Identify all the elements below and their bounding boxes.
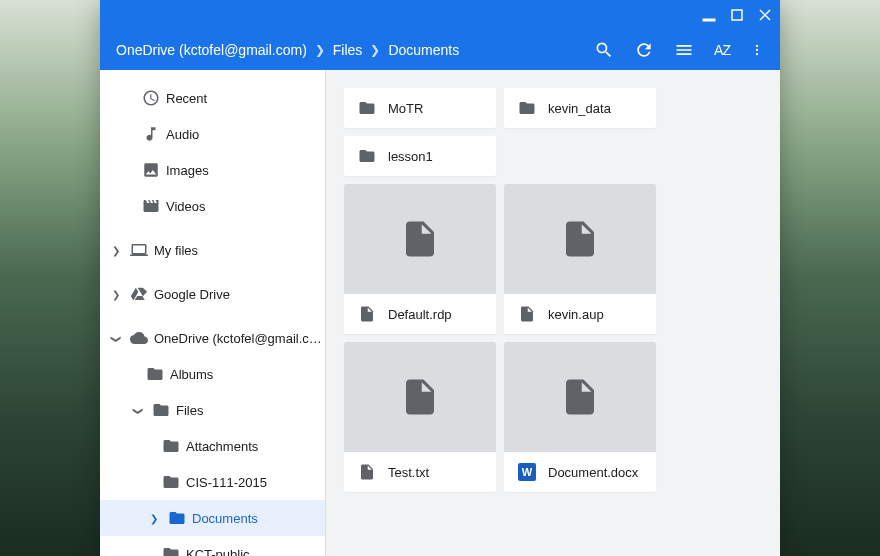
sidebar-item-documents[interactable]: ❯ Documents — [100, 500, 325, 536]
view-list-icon[interactable] — [674, 40, 694, 60]
chevron-right-icon[interactable]: ❯ — [108, 245, 124, 256]
sidebar: Recent Audio Images Videos ❯ My files ❯ — [100, 70, 326, 556]
file-caption: W Document.docx — [504, 452, 656, 492]
crumb-documents[interactable]: Documents — [388, 42, 459, 58]
chevron-right-icon: ❯ — [315, 43, 325, 57]
close-button[interactable] — [758, 8, 772, 22]
main-content: MoTR kevin_data lesson1 — [326, 70, 780, 556]
gdrive-icon — [130, 285, 148, 303]
chevron-right-icon[interactable]: ❯ — [108, 289, 124, 300]
sidebar-item-label: CIS-111-2015 — [186, 475, 325, 490]
file-caption: Default.rdp — [344, 294, 496, 334]
sidebar-item-myfiles[interactable]: ❯ My files — [100, 232, 325, 268]
sidebar-item-label: My files — [154, 243, 325, 258]
maximize-button[interactable] — [730, 8, 744, 22]
sidebar-item-recent[interactable]: Recent — [100, 80, 325, 116]
folder-icon — [358, 147, 376, 165]
folder-icon — [162, 545, 180, 556]
sidebar-item-videos[interactable]: Videos — [100, 188, 325, 224]
file-caption: Test.txt — [344, 452, 496, 492]
folder-label: lesson1 — [388, 149, 433, 164]
sidebar-item-audio[interactable]: Audio — [100, 116, 325, 152]
svg-point-4 — [756, 45, 758, 47]
sidebar-item-label: Files — [176, 403, 325, 418]
sidebar-item-gdrive[interactable]: ❯ Google Drive — [100, 276, 325, 312]
file-label: Default.rdp — [388, 307, 452, 322]
file-icon — [518, 305, 536, 323]
toolbar: OneDrive (kctofel@gmail.com) ❯ Files ❯ D… — [100, 30, 780, 70]
sidebar-item-label: KCT-public — [186, 547, 325, 557]
sidebar-item-images[interactable]: Images — [100, 152, 325, 188]
chevron-down-icon[interactable]: ❯ — [133, 402, 144, 418]
file-thumbnail — [504, 342, 656, 452]
files-app-window: OneDrive (kctofel@gmail.com) ❯ Files ❯ D… — [100, 0, 780, 556]
window-titlebar — [100, 0, 780, 30]
folder-label: kevin_data — [548, 101, 611, 116]
folder-icon — [146, 365, 164, 383]
sidebar-item-label: Albums — [170, 367, 325, 382]
more-icon[interactable] — [750, 40, 764, 60]
minimize-button[interactable] — [702, 8, 716, 22]
chevron-right-icon[interactable]: ❯ — [146, 513, 162, 524]
file-label: Test.txt — [388, 465, 429, 480]
file-thumbnail — [504, 184, 656, 294]
sidebar-item-label: Attachments — [186, 439, 325, 454]
sidebar-item-files[interactable]: ❯ Files — [100, 392, 325, 428]
file-document-docx[interactable]: W Document.docx — [504, 342, 656, 492]
sidebar-item-albums[interactable]: Albums — [100, 356, 325, 392]
folder-icon — [168, 509, 186, 527]
file-label: kevin.aup — [548, 307, 604, 322]
sidebar-item-label: Images — [166, 163, 325, 178]
videos-icon — [142, 197, 160, 215]
folder-label: MoTR — [388, 101, 423, 116]
file-test-txt[interactable]: Test.txt — [344, 342, 496, 492]
file-label: Document.docx — [548, 465, 638, 480]
folder-kevin-data[interactable]: kevin_data — [504, 88, 656, 128]
sidebar-item-kct[interactable]: KCT-public — [100, 536, 325, 556]
svg-rect-1 — [732, 10, 742, 20]
folder-icon — [162, 473, 180, 491]
file-caption: kevin.aup — [504, 294, 656, 334]
svg-rect-0 — [703, 19, 715, 21]
sidebar-item-label: Google Drive — [154, 287, 325, 302]
folder-lesson1[interactable]: lesson1 — [344, 136, 496, 176]
sidebar-item-label: Recent — [166, 91, 325, 106]
file-kevin-aup[interactable]: kevin.aup — [504, 184, 656, 334]
sidebar-item-label: Audio — [166, 127, 325, 142]
chevron-right-icon: ❯ — [370, 43, 380, 57]
folder-icon — [358, 99, 376, 117]
svg-point-6 — [756, 53, 758, 55]
file-default-rdp[interactable]: Default.rdp — [344, 184, 496, 334]
sidebar-item-label: Documents — [192, 511, 325, 526]
sidebar-item-cis[interactable]: CIS-111-2015 — [100, 464, 325, 500]
chevron-down-icon[interactable]: ❯ — [111, 330, 122, 346]
sort-button[interactable]: AZ — [714, 42, 730, 58]
breadcrumb: OneDrive (kctofel@gmail.com) ❯ Files ❯ D… — [116, 42, 594, 58]
svg-point-5 — [756, 49, 758, 51]
file-thumbnail — [344, 342, 496, 452]
folder-icon — [152, 401, 170, 419]
folder-icon — [518, 99, 536, 117]
file-grid: Default.rdp kevin.aup — [344, 184, 780, 492]
folder-motr[interactable]: MoTR — [344, 88, 496, 128]
crumb-root[interactable]: OneDrive (kctofel@gmail.com) — [116, 42, 307, 58]
file-icon — [358, 305, 376, 323]
sidebar-item-label: OneDrive (kctofel@gmail.com) — [154, 331, 325, 346]
refresh-icon[interactable] — [634, 40, 654, 60]
crumb-files[interactable]: Files — [333, 42, 363, 58]
folder-row: MoTR kevin_data — [344, 88, 780, 128]
file-icon — [358, 463, 376, 481]
word-icon: W — [518, 463, 536, 481]
computer-icon — [130, 241, 148, 259]
folder-row: lesson1 — [344, 136, 780, 176]
file-thumbnail — [344, 184, 496, 294]
clock-icon — [142, 89, 160, 107]
toolbar-actions: AZ — [594, 40, 764, 60]
cloud-icon — [130, 329, 148, 347]
audio-icon — [142, 125, 160, 143]
sidebar-item-attachments[interactable]: Attachments — [100, 428, 325, 464]
images-icon — [142, 161, 160, 179]
search-icon[interactable] — [594, 40, 614, 60]
sidebar-item-onedrive[interactable]: ❯ OneDrive (kctofel@gmail.com) — [100, 320, 325, 356]
folder-icon — [162, 437, 180, 455]
